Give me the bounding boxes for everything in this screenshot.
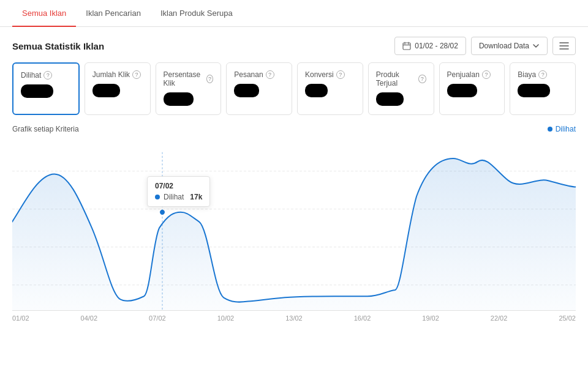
chart-legend: Dilihat (548, 125, 576, 133)
legend-dot-dilihat (548, 127, 552, 132)
x-label-5: 16/02 (354, 314, 371, 322)
metric-card-penjualan[interactable]: Penjualan ? (439, 62, 505, 115)
metric-label-persentase-klik: Persentase Klik (164, 70, 204, 87)
metric-value-konversi (305, 84, 328, 97)
metric-value-pesanan (234, 84, 259, 97)
header-section: Semua Statistik Iklan 01/02 - 28/02 Down… (0, 27, 588, 62)
metric-value-jumlah-klik (92, 84, 120, 97)
info-icon-jumlah-klik[interactable]: ? (132, 70, 141, 79)
metric-label-pesanan: Pesanan (234, 70, 263, 79)
metric-card-biaya[interactable]: Biaya ? (510, 62, 576, 115)
download-data-button[interactable]: Download Data (471, 37, 548, 55)
chart-title: Grafik setiap Kriteria (12, 125, 79, 133)
metric-card-header-persentase-klik: Persentase Klik ? (164, 70, 214, 87)
metric-value-dilihat (21, 84, 53, 98)
main-container: Semua Iklan Iklan Pencarian Iklan Produk… (0, 0, 588, 383)
tab-semua-iklan[interactable]: Semua Iklan (12, 0, 76, 26)
x-axis: 01/02 04/02 07/02 10/02 13/02 16/02 19/0… (12, 311, 576, 322)
tabs-bar: Semua Iklan Iklan Pencarian Iklan Produk… (0, 0, 588, 27)
metric-card-header-dilihat: Dilihat ? (21, 71, 71, 80)
metric-card-dilihat[interactable]: Dilihat ? (12, 62, 80, 115)
metric-card-produk-terjual[interactable]: Produk Terjual ? (368, 62, 434, 115)
info-icon-biaya[interactable]: ? (538, 70, 547, 79)
info-icon-pesanan[interactable]: ? (266, 70, 274, 79)
chart-header: Grafik setiap Kriteria Dilihat (12, 125, 576, 133)
chevron-down-icon (532, 42, 540, 50)
header-controls: 01/02 - 28/02 Download Data (394, 37, 576, 55)
chart-section: Grafik setiap Kriteria Dilihat (0, 125, 588, 322)
info-icon-penjualan[interactable]: ? (482, 70, 491, 79)
x-label-4: 13/02 (285, 314, 303, 322)
chart-area: 07/02 Dilihat 17k (12, 139, 576, 311)
metric-label-konversi: Konversi (305, 70, 334, 79)
metric-value-penjualan (447, 84, 477, 97)
metric-label-produk-terjual: Produk Terjual (376, 70, 416, 87)
calendar-icon (402, 42, 411, 50)
tab-iklan-produk-serupa[interactable]: Iklan Produk Serupa (151, 0, 243, 26)
metric-card-header-penjualan: Penjualan ? (447, 70, 497, 79)
metric-card-konversi[interactable]: Konversi ? (297, 62, 363, 115)
x-label-7: 22/02 (491, 314, 508, 322)
page-title: Semua Statistik Iklan (12, 41, 104, 51)
x-label-3: 10/02 (217, 314, 235, 322)
chart-svg (12, 139, 576, 310)
metric-value-persentase-klik (164, 92, 194, 106)
download-label: Download Data (479, 42, 529, 50)
more-options-button[interactable] (552, 37, 576, 55)
tooltip-dot (155, 195, 160, 199)
metric-label-jumlah-klik: Jumlah Klik (92, 70, 130, 79)
info-icon-konversi[interactable]: ? (336, 70, 345, 79)
info-icon-persentase-klik[interactable]: ? (206, 75, 214, 83)
tooltip-metric: Dilihat (164, 193, 184, 201)
legend-label-dilihat: Dilihat (556, 125, 576, 133)
metric-label-dilihat: Dilihat (21, 71, 41, 80)
metric-label-penjualan: Penjualan (447, 70, 480, 79)
metric-card-header-produk-terjual: Produk Terjual ? (376, 70, 426, 87)
tooltip-row: Dilihat 17k (155, 193, 202, 201)
metric-card-header-pesanan: Pesanan ? (234, 70, 284, 79)
chart-tooltip: 07/02 Dilihat 17k (147, 176, 210, 207)
tab-iklan-pencarian[interactable]: Iklan Pencarian (76, 0, 151, 26)
date-range-value: 01/02 - 28/02 (415, 42, 458, 50)
info-icon-produk-terjual[interactable]: ? (418, 75, 426, 83)
tooltip-value: 17k (190, 193, 202, 201)
date-range-button[interactable]: 01/02 - 28/02 (394, 37, 466, 55)
tooltip-date: 07/02 (155, 182, 202, 190)
x-label-2: 07/02 (149, 314, 166, 322)
metric-card-header-jumlah-klik: Jumlah Klik ? (92, 70, 143, 79)
x-label-6: 19/02 (422, 314, 439, 322)
hamburger-icon (559, 42, 569, 50)
metric-value-biaya (518, 84, 550, 97)
x-label-8: 25/02 (559, 314, 576, 322)
metric-card-persentase-klik[interactable]: Persentase Klik ? (156, 62, 222, 115)
metric-value-produk-terjual (376, 92, 404, 106)
metric-card-header-biaya: Biaya ? (518, 70, 568, 79)
x-label-1: 04/02 (81, 314, 98, 322)
info-icon-dilihat[interactable]: ? (43, 71, 52, 80)
metrics-row: Dilihat ? Jumlah Klik ? Persentase Klik … (0, 62, 588, 125)
metric-card-pesanan[interactable]: Pesanan ? (226, 62, 292, 115)
metric-card-header-konversi: Konversi ? (305, 70, 355, 79)
svg-rect-0 (403, 43, 410, 50)
x-label-0: 01/02 (12, 314, 29, 322)
metric-label-biaya: Biaya (518, 70, 536, 79)
metric-card-jumlah-klik[interactable]: Jumlah Klik ? (85, 62, 151, 115)
